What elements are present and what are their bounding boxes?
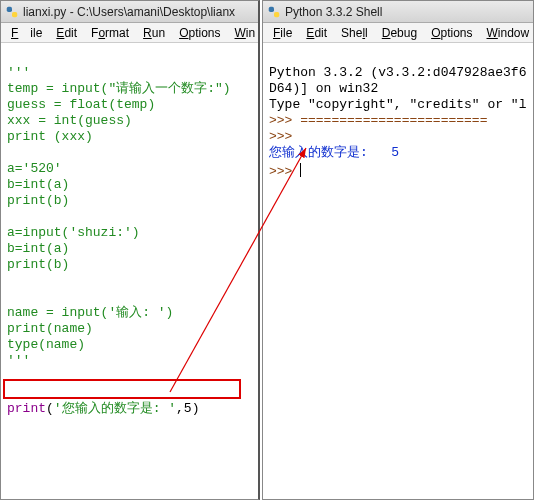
shell-line: D64)] on win32 (269, 81, 378, 96)
shell-output-value: 5 (391, 145, 399, 160)
editor-code[interactable]: ''' temp = input("请输入一个数字:") guess = flo… (1, 43, 258, 499)
shell-titlebar[interactable]: Python 3.3.2 Shell (263, 1, 533, 23)
code-line: print(b) (7, 257, 69, 272)
menu-options[interactable]: Options (173, 26, 226, 40)
python-icon (267, 5, 281, 19)
code-line: guess = float(temp) (7, 97, 155, 112)
code-line: b=int(a) (7, 177, 69, 192)
shell-menubar: File Edit Shell Debug Options Window (263, 23, 533, 43)
code-line: a='520' (7, 161, 62, 176)
code-token-rest: ,5) (176, 401, 199, 416)
menu-edit[interactable]: Edit (50, 26, 83, 40)
menu-debug[interactable]: Debug (376, 26, 423, 40)
svg-rect-3 (274, 12, 279, 17)
code-line: type(name) (7, 337, 85, 352)
code-line: name = input('输入: ') (7, 305, 173, 320)
code-line: print(b) (7, 193, 69, 208)
menu-run[interactable]: Run (137, 26, 171, 40)
editor-titlebar[interactable]: lianxi.py - C:\Users\amani\Desktop\lianx (1, 1, 258, 23)
menu-file[interactable]: File (267, 26, 298, 40)
menu-options[interactable]: Options (425, 26, 478, 40)
shell-prompt: >>> (269, 113, 300, 128)
code-line: xxx = int(guess) (7, 113, 132, 128)
code-token-string: '您输入的数字是: ' (54, 401, 176, 416)
shell-output-label: 您输入的数字是: (269, 145, 376, 160)
code-token-paren: ( (46, 401, 54, 416)
python-icon (5, 5, 19, 19)
shell-prompt: >>> (269, 164, 300, 179)
shell-line: Type "copyright", "credits" or "l (269, 97, 526, 112)
shell-prompt: >>> (269, 129, 300, 144)
shell-title-text: Python 3.3.2 Shell (285, 5, 382, 19)
menu-edit[interactable]: Edit (300, 26, 333, 40)
code-line: ''' (7, 353, 30, 368)
menu-format[interactable]: Format (85, 26, 135, 40)
svg-rect-2 (269, 6, 274, 11)
code-line: a=input('shuzi:') (7, 225, 140, 240)
editor-window: lianxi.py - C:\Users\amani\Desktop\lianx… (0, 0, 260, 500)
shell-output[interactable]: Python 3.3.2 (v3.3.2:d047928ae3f6 D64)] … (263, 43, 533, 499)
editor-title-text: lianxi.py - C:\Users\amani\Desktop\lianx (23, 5, 235, 19)
shell-divider: ======================== (300, 113, 487, 128)
code-line: print (xxx) (7, 129, 93, 144)
menu-file[interactable]: File (5, 26, 48, 40)
code-line: ''' (7, 65, 30, 80)
code-line: b=int(a) (7, 241, 69, 256)
highlight-box (3, 379, 241, 399)
shell-line: Python 3.3.2 (v3.3.2:d047928ae3f6 (269, 65, 526, 80)
svg-rect-0 (7, 6, 12, 11)
code-token-print: print (7, 401, 46, 416)
svg-rect-1 (12, 12, 17, 17)
editor-menubar: File Edit Format Run Options Win (1, 23, 258, 43)
text-cursor (300, 163, 301, 177)
code-line: print(name) (7, 321, 93, 336)
code-line: temp = input("请输入一个数字:") (7, 81, 231, 96)
menu-window[interactable]: Window (481, 26, 534, 40)
shell-window: Python 3.3.2 Shell File Edit Shell Debug… (262, 0, 534, 500)
menu-shell[interactable]: Shell (335, 26, 374, 40)
menu-window[interactable]: Win (229, 26, 262, 40)
